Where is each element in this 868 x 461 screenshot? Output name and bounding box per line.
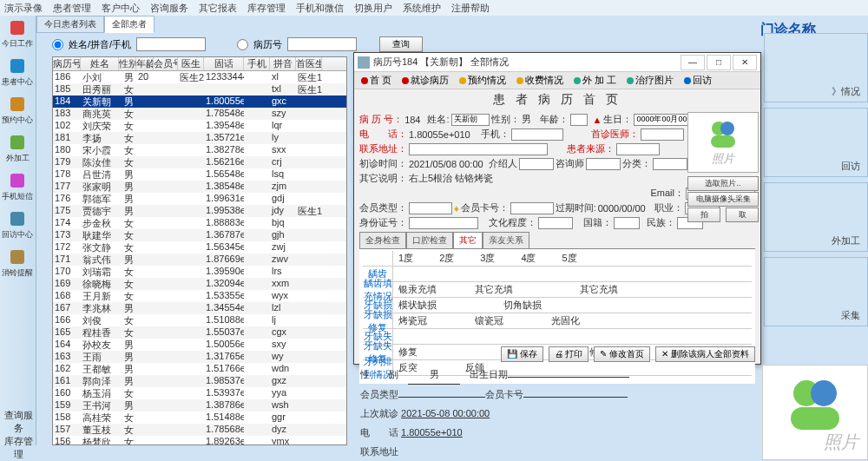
nation-field[interactable] [614,217,640,229]
dlg-action[interactable]: ✎ 修改首页 [594,346,650,362]
footer-item[interactable]: 库存管理 [0,435,36,461]
table-row[interactable]: 173耿建华女1.36787e+0gjh [53,229,346,241]
side-4[interactable]: 手机短信 [0,168,35,207]
table-row[interactable]: 156杨梦欣女1.89263e+0ymx [53,436,346,445]
menu-item[interactable]: 患者管理 [53,2,91,14]
table-row[interactable]: 175贾德宇男1.99538e+0jdy医生1 [53,205,346,217]
memtype-field[interactable] [409,202,452,214]
col-header[interactable]: 手机 [244,57,270,70]
menu-item[interactable]: 库存管理 [247,2,286,14]
table-row[interactable]: 160杨玉涓女1.53937e+0yya [53,387,346,399]
col-header[interactable]: 拼音 [270,57,296,70]
camera-button[interactable]: 电脑摄像头采集 [687,192,759,207]
menu-item[interactable]: 咨询服务 [150,2,188,14]
shoot-button[interactable]: 拍 [687,207,720,222]
subtab[interactable]: 亲友关系 [483,232,529,248]
take-button[interactable]: 取 [726,207,759,222]
dlg-tab[interactable]: 就诊病历 [398,73,452,88]
table-row[interactable]: 180宋小霞女1.38278e+0sxx [53,144,346,156]
subtab[interactable]: 口腔检查 [406,232,453,248]
edu-field[interactable] [538,217,573,229]
menu-item[interactable]: 客户中心 [102,2,140,14]
min-button[interactable]: — [681,55,705,70]
side-2[interactable]: 预约中心 [0,92,35,130]
subtab[interactable]: 其它 [453,232,483,248]
col-header[interactable]: 姓名 [81,57,119,70]
table-row[interactable]: 169徐晓梅女1.32094e+0xxm [53,278,346,290]
id-field[interactable] [409,217,478,229]
name-field[interactable] [451,114,490,126]
table-row[interactable]: 164孙校友男1.50056e+0sxy [53,339,346,351]
col-header[interactable]: 性别 [119,57,136,70]
dlg-tab[interactable]: 外 加 工 [570,73,620,88]
dlg-tab[interactable]: 首 页 [358,73,395,88]
radio-blh[interactable] [237,39,248,50]
addr-field[interactable] [409,143,548,155]
table-row[interactable]: 166刘俊女1.51088e+0lj [53,314,346,326]
dlg-tab[interactable]: 治疗图片 [623,73,677,88]
table-row[interactable]: 163王雨男1.31765e+0wy [53,351,346,363]
side-1[interactable]: 患者中心 [0,54,35,92]
col-header[interactable]: 病历号 [53,57,81,70]
table-row[interactable]: 172张文静女1.56345e+0zwj [53,241,346,254]
menu-item[interactable]: 其它报表 [199,2,237,14]
table-row[interactable]: 171翁式伟男1.87669e+0zwv [53,254,346,266]
table-row[interactable]: 157董玉枝女1.78568e+0dyz [53,424,346,436]
intro-field[interactable] [519,158,554,170]
side-3[interactable]: 外加工 [0,130,35,168]
consult-field[interactable] [586,158,621,170]
col-header[interactable]: 固话 [204,57,244,70]
side-0[interactable]: 今日工作 [0,16,35,54]
dlg-action[interactable]: 💾 保存 [501,346,543,362]
col-header[interactable]: 首医生 [296,57,322,70]
table-row[interactable]: 162王都敏男1.51766e+0wdn [53,363,346,375]
search-button[interactable]: 查询 [379,36,423,52]
table-row[interactable]: 176郭德军男1.99631e+0gdj [53,193,346,205]
input-name[interactable] [136,37,206,51]
input-blh[interactable] [287,37,357,51]
table-row[interactable]: 159王书河男1.38786e+0wsh [53,399,346,412]
tab-all[interactable]: 全部患者 [104,16,155,33]
table-row[interactable]: 170刘瑞霜女1.39590e+0lrs [53,266,346,278]
choose-photo-button[interactable]: 选取照片.. [687,176,759,191]
footer-item[interactable]: 查询服务 [0,409,36,435]
table-row[interactable]: 161郭向泽男1.98537e+0gxz [53,375,346,387]
side-5[interactable]: 回访中心 [0,207,35,245]
table-row[interactable]: 186小刘男20医生21233344444xl医生1 [53,71,346,83]
age-field[interactable] [570,114,588,126]
menu-item[interactable]: 切换用户 [354,2,392,14]
dlg-tab[interactable]: 回访 [681,73,715,88]
menu-item[interactable]: 系统维护 [403,2,441,14]
box-collect[interactable]: 采集 [764,257,868,326]
table-row[interactable]: 185田秀丽女txl医生1 [53,83,346,95]
table-row[interactable]: 181李扬女1.35721e+0ly [53,132,346,144]
table-row[interactable]: 178吕世清男1.56548e+0lsq [53,168,346,181]
table-row[interactable]: 183商兆英女1.78548e+0szy [53,108,346,120]
doctor-field[interactable] [641,128,684,141]
box-process[interactable]: 外加工 [764,182,868,252]
table-row[interactable]: 184关新朝男1.80055e+0gxc [53,95,346,108]
table-row[interactable]: 167李兆林男1.34554e+0lzl [53,302,346,314]
radio-name[interactable] [52,39,63,50]
source-field[interactable] [616,143,660,155]
menu-item[interactable]: 演示录像 [4,2,43,14]
memno-field[interactable] [510,202,554,214]
side-6[interactable]: 消铃提醒 [0,245,35,283]
dlg-tab[interactable]: 收费情况 [513,73,567,88]
col-header[interactable]: 医生 [178,57,204,70]
table-row[interactable]: 174步金秋女1.88883e+0bjq [53,217,346,229]
col-header[interactable]: 会员号 [154,57,178,70]
subtab[interactable]: 全身检查 [359,232,406,248]
dlg-action[interactable]: 🖨 打印 [549,346,589,362]
menu-item[interactable]: 手机和微信 [296,2,344,14]
mobile-field[interactable] [511,128,563,141]
box-situation[interactable]: 》情况 [764,33,868,102]
table-row[interactable]: 158高桂荣女1.51488e+0ggr [53,412,346,424]
menu-item[interactable]: 注册帮助 [451,2,490,14]
table-row[interactable]: 102刘庆荣女1.39548e+0lqr [53,120,346,132]
col-header[interactable]: 年龄 [136,57,154,70]
max-button[interactable]: □ [707,55,731,70]
table-row[interactable]: 179陈汝佳女1.56216e+0crj [53,156,346,168]
box-visit[interactable]: 回访 [764,108,868,177]
tab-today[interactable]: 今日患者列表 [36,16,104,33]
